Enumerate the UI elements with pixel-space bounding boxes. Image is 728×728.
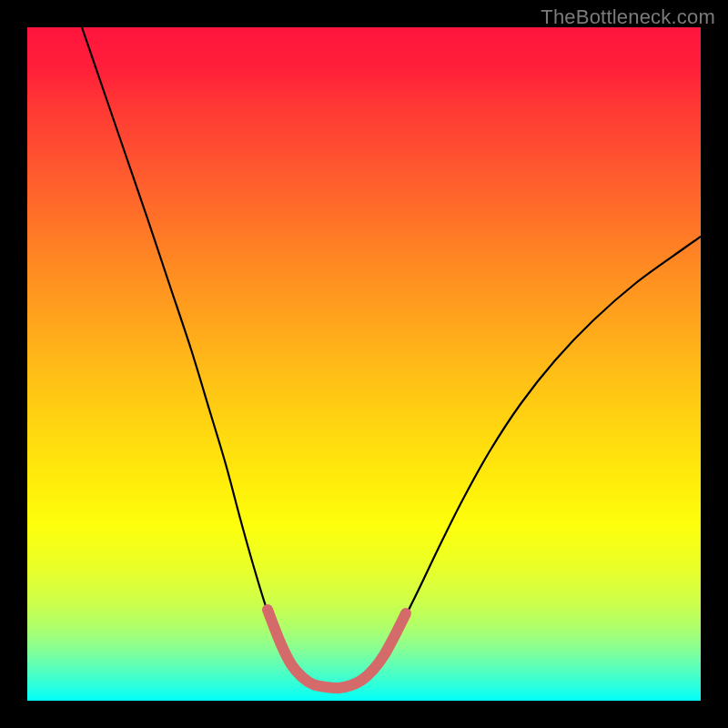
bottleneck-curve <box>82 27 701 688</box>
trough-overlay <box>268 610 406 688</box>
chart-stage: TheBottleneck.com <box>0 0 728 728</box>
watermark-text: TheBottleneck.com <box>541 5 715 29</box>
curve-svg <box>27 27 701 701</box>
plot-area <box>27 27 701 701</box>
